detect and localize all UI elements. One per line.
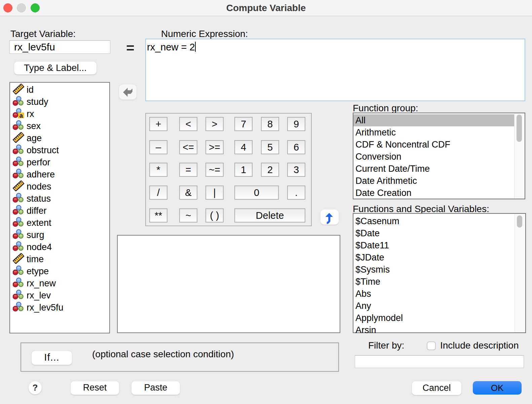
svg-text:a: a — [20, 112, 23, 119]
